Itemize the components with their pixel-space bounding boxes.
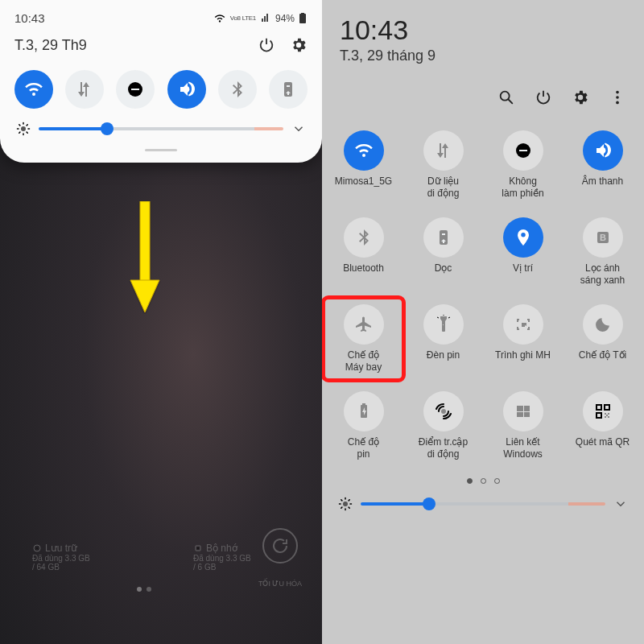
rotate-icon — [423, 217, 464, 258]
status-bar: 10:43 Vo8 LTE1 94% — [14, 8, 308, 33]
brightness-sun-icon — [16, 122, 31, 136]
battery-percentage: 94% — [275, 13, 295, 24]
chevron-down-icon[interactable] — [613, 497, 628, 511]
wifi-icon — [24, 80, 43, 99]
dnd-icon — [126, 80, 145, 99]
flashlight-icon — [423, 304, 464, 345]
qs-tile-data[interactable]: Dữ liệu di động — [405, 126, 481, 204]
settings-icon[interactable] — [290, 36, 308, 54]
brightness-sun-icon — [338, 497, 353, 511]
data-icon — [75, 80, 94, 99]
brightness-slider[interactable] — [39, 127, 283, 130]
qs-tile-label: Bluetooth — [343, 262, 384, 285]
qs-tile-label: Âm thanh — [582, 175, 623, 198]
qs-tile-label: Liên kết Windows — [503, 436, 543, 460]
qs-tile-label: Vị trí — [513, 262, 533, 285]
battery-icon — [344, 391, 384, 431]
signal-bars-icon — [261, 14, 270, 23]
qs-tile-location[interactable]: Vị trí — [485, 213, 561, 291]
bluelight-icon — [583, 217, 623, 258]
darkmode-icon — [583, 304, 623, 345]
quick-toggle-dnd[interactable] — [116, 70, 155, 109]
qs-tile-darkmode[interactable]: Chế độ Tối — [564, 299, 641, 378]
qs-tile-label: Mimosa1_5G — [335, 175, 392, 198]
qs-tile-rotate[interactable]: Dọc — [405, 213, 481, 291]
swipe-down-arrow-annotation — [129, 201, 161, 314]
brightness-slider[interactable] — [361, 502, 605, 506]
qs-tile-label: Chế độ pin — [348, 436, 379, 460]
optimize-label: TỐI ƯU HÓA — [258, 580, 302, 588]
wifi-icon — [344, 130, 384, 171]
search-icon[interactable] — [497, 89, 515, 106]
qs-tile-label: Không làm phiền — [502, 175, 543, 200]
qs-tile-label: Chế độ Máy bay — [345, 349, 382, 374]
quick-toggle-rotate[interactable] — [269, 70, 308, 109]
qs-tile-label: Chế độ Tối — [579, 349, 626, 372]
svg-rect-39 — [301, 13, 304, 14]
quick-settings-grid: Mimosa1_5GDữ liệu di độngKhông làm phiền… — [322, 121, 644, 465]
battery-icon — [299, 13, 308, 24]
power-icon[interactable] — [258, 36, 275, 54]
signal-wifi-icon — [214, 13, 225, 24]
notification-panel-collapsed[interactable]: 10:43 Vo8 LTE1 94% T.3, 29 Th9 — [0, 0, 322, 163]
more-icon[interactable] — [609, 89, 626, 106]
qs-tile-label: Trình ghi MH — [495, 349, 551, 372]
qs-tile-bluelight[interactable]: Lọc ánh sáng xanh — [564, 213, 641, 291]
right-phone: 10:43 T.3, 29 tháng 9 Mimosa1_5GDữ liệu … — [322, 0, 644, 644]
page-indicator — [137, 587, 151, 592]
network-label: Vo8 LTE1 — [230, 14, 256, 22]
bluetooth-icon — [344, 217, 384, 258]
qs-tile-winlink[interactable]: Liên kết Windows — [485, 386, 561, 465]
quick-toggle-sound[interactable] — [167, 70, 206, 109]
date-label: T.3, 29 Th9 — [14, 37, 87, 54]
data-icon — [423, 130, 464, 171]
quick-toggle-bluetooth[interactable] — [218, 70, 257, 109]
sound-icon — [583, 130, 623, 171]
status-time: 10:43 — [14, 11, 45, 25]
qs-tile-label: Điểm tr.cập di động — [419, 436, 468, 460]
svg-marker-41 — [130, 280, 159, 312]
qs-tile-label: Lọc ánh sáng xanh — [580, 262, 625, 287]
quick-toggle-data[interactable] — [65, 70, 104, 109]
qs-tile-label: Đèn pin — [427, 349, 460, 372]
clock-time: 10:43 — [340, 14, 408, 46]
left-phone: 10:43 Vo8 LTE1 94% T.3, 29 Th9 — [0, 0, 322, 644]
location-icon — [503, 217, 543, 258]
optimize-button[interactable] — [262, 528, 298, 564]
qs-tile-dnd[interactable]: Không làm phiền — [485, 126, 561, 204]
qs-tile-label: Dữ liệu di động — [427, 175, 460, 200]
qs-tile-wifi[interactable]: Mimosa1_5G — [325, 126, 402, 204]
qs-tile-label: Dọc — [435, 262, 452, 285]
power-icon[interactable] — [535, 89, 552, 106]
panel-handle[interactable] — [145, 149, 177, 151]
qs-tile-screenrec[interactable]: Trình ghi MH — [485, 299, 561, 378]
qs-tile-battery[interactable]: Chế độ pin — [325, 386, 402, 465]
sound-icon — [177, 80, 196, 99]
airplane-icon — [344, 304, 384, 345]
screenrec-icon — [503, 304, 543, 345]
qrscan-icon — [583, 391, 623, 431]
hotspot-icon — [423, 391, 464, 431]
qs-tile-flashlight[interactable]: Đèn pin — [405, 299, 481, 378]
qs-tile-airplane[interactable]: Chế độ Máy bay — [325, 299, 402, 378]
qs-tile-hotspot[interactable]: Điểm tr.cập di động — [405, 386, 481, 465]
bluetooth-icon — [228, 80, 247, 99]
storage-widget: Lưu trữ Đã dùng 3.3 GB / 64 GB — [32, 543, 129, 572]
qs-tile-qrscan[interactable]: Quét mã QR — [564, 386, 641, 465]
page-indicator[interactable] — [322, 465, 644, 490]
chevron-down-icon[interactable] — [291, 122, 306, 136]
qs-tile-bluetooth[interactable]: Bluetooth — [325, 213, 402, 291]
qs-tile-sound[interactable]: Âm thanh — [564, 126, 641, 204]
svg-rect-38 — [299, 14, 306, 23]
winlink-icon — [503, 391, 543, 431]
rotate-icon — [279, 80, 298, 99]
quick-toggle-wifi[interactable] — [14, 70, 53, 109]
dnd-icon — [503, 130, 543, 171]
settings-icon[interactable] — [572, 89, 589, 106]
svg-rect-40 — [140, 201, 150, 282]
qs-tile-label: Quét mã QR — [576, 436, 630, 459]
clock-date: T.3, 29 tháng 9 — [322, 46, 644, 89]
